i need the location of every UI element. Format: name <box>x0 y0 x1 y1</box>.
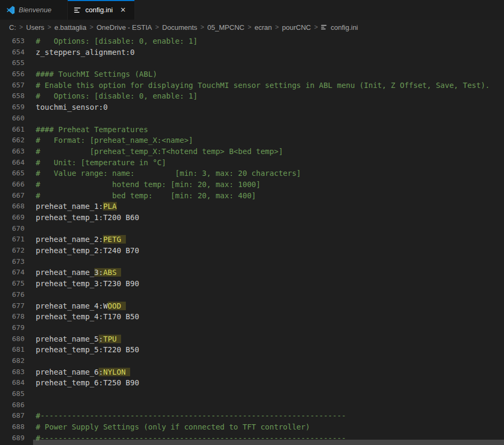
line-number: 683 <box>0 367 25 378</box>
code-line[interactable]: 688# Power Supply Settings (only if conn… <box>0 422 504 433</box>
line-number: 682 <box>0 355 25 367</box>
line-number: 689 <box>0 433 25 444</box>
line-number: 658 <box>0 91 25 102</box>
code-line[interactable]: 683preheat_name_6:NYLON <box>0 367 504 378</box>
code-line[interactable]: 658# Options: [disable: 0, enable: 1] <box>0 91 504 102</box>
code-text: z_steppers_alignment:0 <box>36 47 134 58</box>
breadcrumb-item[interactable]: OneDrive - ESTIA <box>95 23 153 31</box>
code-line[interactable]: 659touchmi_sensor:0 <box>0 102 504 113</box>
code-token: touchmi_sensor:0 <box>36 103 108 111</box>
horizontal-scrollbar[interactable] <box>33 440 504 445</box>
code-line[interactable]: 661#### Preheat Temperatures <box>0 124 504 135</box>
breadcrumb: C:>Users>e.battaglia>OneDrive - ESTIA>Do… <box>0 20 504 35</box>
line-number: 656 <box>0 69 25 80</box>
code-line[interactable]: 685 <box>0 389 504 400</box>
code-text: # [preheat_temp_X:T<hotend temp> B<bed t… <box>36 146 283 157</box>
code-text: preheat_name_3:ABS <box>36 267 121 278</box>
line-number: 673 <box>0 256 25 268</box>
comment-token: # Power Supply Settings (only if connect… <box>36 423 310 431</box>
breadcrumb-item[interactable]: C: <box>8 23 17 31</box>
code-line[interactable]: 662# Format: [preheat_name_X:<name>] <box>0 135 504 146</box>
breadcrumb-separator-icon: > <box>19 23 23 31</box>
breadcrumb-item[interactable]: config.ini <box>330 23 359 31</box>
ini-file-icon <box>321 24 327 30</box>
breadcrumb-item[interactable]: Users <box>25 23 45 31</box>
code-line[interactable]: 673 <box>0 256 504 268</box>
tab-config-ini[interactable]: config.ini ✕ <box>68 0 135 20</box>
code-line[interactable]: 675preheat_temp_3:T230 B90 <box>0 278 504 289</box>
code-token: z_steppers_alignment:0 <box>36 48 134 56</box>
code-line[interactable]: 672preheat_temp_2:T240 B70 <box>0 245 504 256</box>
line-number: 657 <box>0 80 25 91</box>
breadcrumb-separator-icon: > <box>275 23 279 31</box>
code-line[interactable]: 665# Value range: name: [min: 3, max: 20… <box>0 168 504 179</box>
tab-bienvenue[interactable]: Bienvenue <box>0 0 68 20</box>
code-line[interactable]: 687#------------------------------------… <box>0 410 504 422</box>
code-line[interactable]: 657# Enable this option for displaying T… <box>0 80 504 91</box>
line-number: 654 <box>0 47 25 58</box>
code-line[interactable]: 654z_steppers_alignment:0 <box>0 47 504 58</box>
code-text: preheat_temp_3:T230 B90 <box>36 278 139 289</box>
line-number: 666 <box>0 179 25 190</box>
code-line[interactable]: 664# Unit: [temperature in °C] <box>0 157 504 168</box>
breadcrumb-item[interactable]: pourCNC <box>281 23 312 31</box>
line-number: 684 <box>0 377 25 389</box>
line-number: 676 <box>0 289 25 301</box>
code-line[interactable]: 669preheat_temp_1:T200 B60 <box>0 212 504 223</box>
code-line[interactable]: 677preheat_name_4:WOOD <box>0 301 504 312</box>
comment-token: #---------------------------------------… <box>36 411 346 420</box>
close-tab-icon[interactable]: ✕ <box>118 5 127 14</box>
breadcrumb-item[interactable]: Documents <box>161 23 198 31</box>
tab-bar: Bienvenue config.ini ✕ <box>0 0 504 20</box>
code-line[interactable]: 666# hotend temp: [min: 20, max: 1000] <box>0 179 504 190</box>
comment-token: # hotend temp: [min: 20, max: 1000] <box>36 180 260 189</box>
code-editor: 653# Options: [disable: 0, enable: 1]654… <box>0 35 504 445</box>
line-number: 674 <box>0 267 25 278</box>
comment-token: # [preheat_temp_X:T<hotend temp> B<bed t… <box>36 147 283 156</box>
breadcrumb-separator-icon: > <box>201 23 204 31</box>
line-number: 671 <box>0 234 25 245</box>
code-line[interactable]: 674preheat_name_3:ABS <box>0 267 504 278</box>
code-line[interactable]: 653# Options: [disable: 0, enable: 1] <box>0 36 504 47</box>
code-line[interactable]: 655 <box>0 58 504 69</box>
code-line[interactable]: 668preheat_name_1:PLA <box>0 201 504 212</box>
tab-bar-empty-space <box>135 0 504 20</box>
code-line[interactable]: 684preheat_temp_6:T250 B90 <box>0 377 504 389</box>
code-line[interactable]: 660 <box>0 113 504 124</box>
code-line[interactable]: 676 <box>0 289 504 301</box>
comment-token: # Value range: name: [min: 3, max: 20 ch… <box>36 169 301 177</box>
comment-token: # bed temp: [min: 20, max: 400] <box>36 191 256 200</box>
code-line[interactable]: 656#### TouchMI Settings (ABL) <box>0 69 504 80</box>
code-line[interactable]: 667# bed temp: [min: 20, max: 400] <box>0 190 504 201</box>
code-line[interactable]: 679 <box>0 322 504 334</box>
code-line[interactable]: 686 <box>0 400 504 411</box>
code-token: preheat_name_4:W <box>36 302 108 310</box>
line-number: 686 <box>0 400 25 411</box>
value-token: PETG <box>103 235 125 244</box>
code-text: # Power Supply Settings (only if connect… <box>36 422 310 433</box>
line-number: 655 <box>0 58 25 69</box>
breadcrumb-item[interactable]: e.battaglia <box>53 23 87 31</box>
breadcrumb-item[interactable]: ecran <box>253 23 273 31</box>
line-number: 670 <box>0 223 25 234</box>
code-text: touchmi_sensor:0 <box>36 102 108 113</box>
code-text: # Value range: name: [min: 3, max: 20 ch… <box>36 168 301 179</box>
code-text: # Format: [preheat_name_X:<name>] <box>36 135 193 146</box>
code-text: preheat_temp_4:T170 B50 <box>36 311 139 322</box>
code-line[interactable]: 682 <box>0 355 504 367</box>
line-number: 653 <box>0 36 25 47</box>
code-line[interactable]: 678preheat_temp_4:T170 B50 <box>0 311 504 322</box>
code-text: # Options: [disable: 0, enable: 1] <box>36 91 197 102</box>
code-line[interactable]: 663# [preheat_temp_X:T<hotend temp> B<be… <box>0 146 504 157</box>
code-line[interactable]: 680preheat_name_5:TPU <box>0 334 504 345</box>
line-number: 661 <box>0 124 25 135</box>
breadcrumb-item[interactable]: 05_MPCNC <box>206 23 245 31</box>
code-line[interactable]: 671preheat_name_2:PETG <box>0 234 504 245</box>
code-token: preheat_name_1: <box>36 202 103 211</box>
code-line[interactable]: 670 <box>0 223 504 234</box>
code-line[interactable]: 681preheat_temp_5:T220 B50 <box>0 344 504 355</box>
line-number: 669 <box>0 212 25 223</box>
code-text: preheat_name_4:WOOD <box>36 301 126 312</box>
line-number: 672 <box>0 245 25 256</box>
line-number: 667 <box>0 190 25 201</box>
